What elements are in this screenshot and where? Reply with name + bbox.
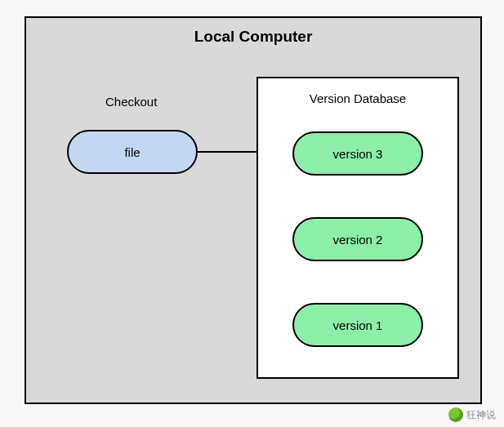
version-1-node: version 1 <box>292 303 423 347</box>
file-node: file <box>67 130 198 174</box>
version-database-box: Version Database version 3 version 2 ver… <box>256 77 459 379</box>
watermark: 狂神说 <box>448 407 496 422</box>
container-title: Local Computer <box>26 28 480 46</box>
version-database-title: Version Database <box>258 91 457 105</box>
wechat-icon <box>448 407 463 422</box>
version-3-label: version 3 <box>333 147 383 161</box>
local-computer-container: Local Computer Checkout file Version Dat… <box>25 16 482 404</box>
version-3-node: version 3 <box>292 131 423 176</box>
checkout-label: Checkout <box>105 95 157 109</box>
watermark-text: 狂神说 <box>466 408 496 422</box>
version-1-label: version 1 <box>333 318 383 332</box>
version-2-label: version 2 <box>333 233 383 247</box>
file-node-label: file <box>124 145 140 159</box>
version-2-node: version 2 <box>292 217 423 261</box>
